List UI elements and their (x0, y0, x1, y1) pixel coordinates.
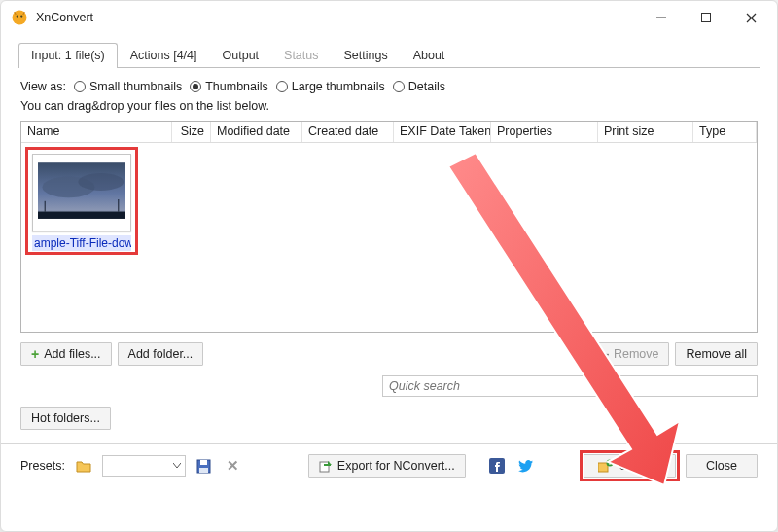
svg-point-2 (20, 15, 22, 17)
svg-rect-19 (598, 463, 608, 472)
convert-button[interactable]: Convert (584, 454, 676, 478)
export-nconvert-button[interactable]: Export for NConvert... (308, 454, 466, 478)
convert-icon (598, 459, 614, 473)
file-item[interactable]: ample-Tiff-File-downl. (27, 149, 136, 253)
presets-folder-icon[interactable] (73, 455, 94, 477)
hot-folders-button[interactable]: Hot folders... (20, 407, 111, 430)
viewas-label: View as: (20, 80, 66, 93)
add-files-button[interactable]: +Add files... (20, 342, 112, 366)
plus-icon: + (31, 348, 39, 360)
presets-combo[interactable] (102, 455, 186, 477)
tab-settings[interactable]: Settings (332, 43, 401, 68)
add-folder-button[interactable]: Add folder... (118, 342, 204, 366)
col-modified[interactable]: Modified date (211, 122, 302, 142)
file-buttons-row: +Add files... Add folder... —Remove Remo… (20, 342, 758, 366)
app-icon (11, 9, 28, 26)
grid-body[interactable]: ample-Tiff-File-downl. (21, 143, 757, 332)
tab-about[interactable]: About (401, 43, 458, 68)
facebook-icon[interactable] (486, 455, 508, 477)
app-window: XnConvert Input: 1 file(s) Actions [4/4]… (0, 0, 778, 532)
tab-bar: Input: 1 file(s) Actions [4/4] Output St… (18, 42, 760, 68)
close-window-button[interactable] (728, 3, 773, 32)
svg-point-9 (78, 173, 124, 191)
col-printsize[interactable]: Print size (598, 122, 693, 142)
close-button[interactable]: Close (686, 454, 758, 478)
radio-details[interactable]: Details (393, 80, 445, 93)
minus-icon: — (595, 349, 609, 359)
quick-search-input[interactable] (382, 375, 758, 397)
delete-preset-icon[interactable]: ✕ (223, 455, 244, 477)
save-preset-icon[interactable] (194, 455, 215, 477)
viewas-panel: View as: Small thumbnails Thumbnails Lar… (1, 68, 777, 113)
chevron-down-icon (173, 463, 181, 469)
svg-rect-14 (200, 460, 207, 465)
radio-small-thumbs[interactable]: Small thumbnails (74, 80, 182, 93)
col-properties[interactable]: Properties (491, 122, 598, 142)
radio-thumbnails[interactable]: Thumbnails (190, 80, 268, 93)
svg-rect-16 (320, 462, 329, 472)
svg-rect-10 (38, 212, 125, 219)
col-exif[interactable]: EXIF Date Taken (394, 122, 491, 142)
presets-label: Presets: (20, 459, 65, 473)
col-created[interactable]: Created date (302, 122, 394, 142)
tab-status: Status (271, 43, 331, 68)
footer: Presets: ✕ Export for NConvert... Conver… (1, 444, 777, 489)
maximize-button[interactable] (684, 3, 728, 32)
col-name[interactable]: Name (21, 122, 172, 142)
radio-large-thumbs[interactable]: Large thumbnails (276, 80, 385, 93)
svg-point-1 (17, 15, 18, 17)
svg-rect-15 (199, 468, 208, 473)
svg-rect-4 (702, 14, 711, 22)
drag-hint: You can drag&drop your files on the list… (20, 99, 758, 113)
convert-highlight: Convert (582, 452, 678, 479)
titlebar: XnConvert (1, 1, 777, 34)
twitter-icon[interactable] (515, 455, 537, 477)
file-caption: ample-Tiff-File-downl. (32, 235, 131, 251)
col-size[interactable]: Size (172, 122, 211, 142)
window-title: XnConvert (36, 11, 93, 24)
tab-actions[interactable]: Actions [4/4] (118, 43, 210, 68)
thumbnail-frame (32, 154, 131, 231)
file-grid: Name Size Modified date Created date EXI… (20, 121, 758, 333)
tab-input[interactable]: Input: 1 file(s) (18, 43, 118, 68)
grid-header: Name Size Modified date Created date EXI… (21, 122, 757, 143)
minimize-button[interactable] (639, 3, 684, 32)
tab-output[interactable]: Output (210, 43, 272, 68)
search-row (20, 375, 758, 397)
remove-all-button[interactable]: Remove all (675, 342, 758, 366)
thumbnail-image (38, 160, 125, 222)
col-type[interactable]: Type (693, 122, 757, 142)
remove-button[interactable]: —Remove (584, 342, 670, 366)
hotfolders-row: Hot folders... (20, 407, 758, 430)
export-icon (319, 459, 333, 473)
